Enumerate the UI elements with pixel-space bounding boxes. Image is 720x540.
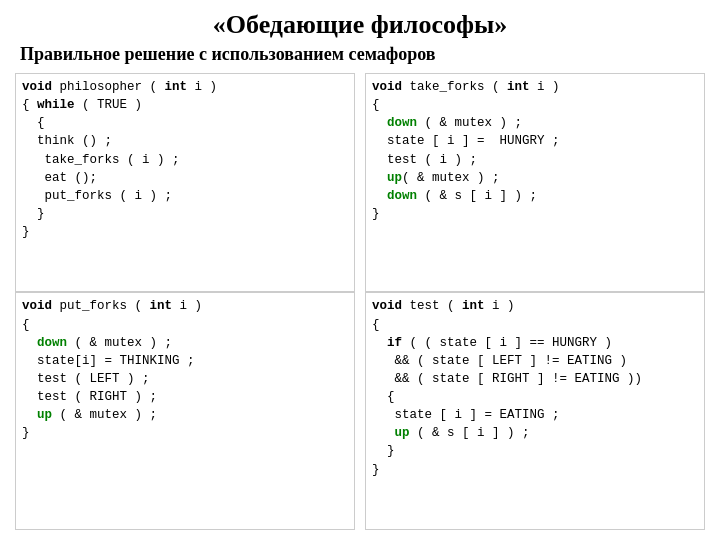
page-title: «Обедающие философы» <box>15 10 705 40</box>
code-block-philosopher: void philosopher ( int i ) { while ( TRU… <box>15 73 355 292</box>
code-grid: void philosopher ( int i ) { while ( TRU… <box>15 73 705 530</box>
code-block-put-forks: void put_forks ( int i ) { down ( & mute… <box>15 292 355 530</box>
page: «Обедающие философы» Правильное решение … <box>0 0 720 540</box>
page-subtitle: Правильное решение с использованием сема… <box>15 44 705 65</box>
code-block-take-forks: void take_forks ( int i ) { down ( & mut… <box>365 73 705 292</box>
code-block-test: void test ( int i ) { if ( ( state [ i ]… <box>365 292 705 530</box>
